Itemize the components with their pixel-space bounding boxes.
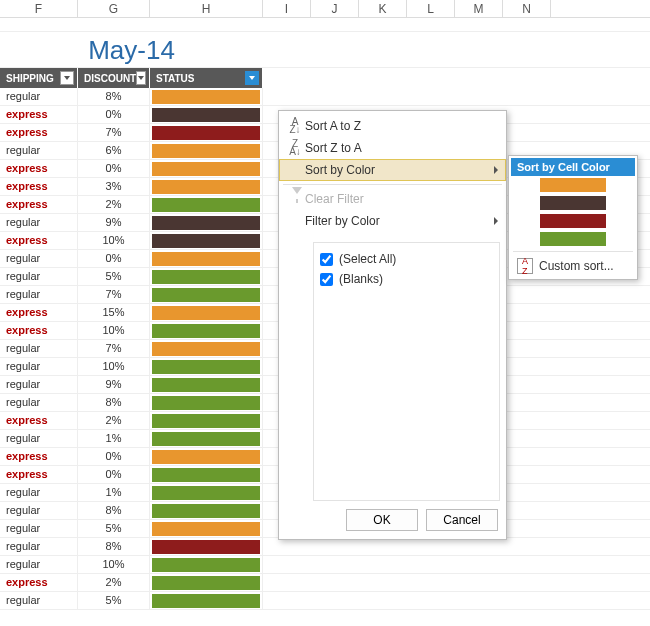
cell-shipping[interactable]: regular — [0, 556, 78, 574]
dropdown-icon[interactable] — [245, 71, 259, 85]
cell-status[interactable] — [150, 88, 263, 106]
cell-status[interactable] — [150, 466, 263, 484]
cell-shipping[interactable]: regular — [0, 340, 78, 358]
cell-status[interactable] — [150, 430, 263, 448]
header-status[interactable]: STATUS — [150, 68, 263, 88]
filter-checkbox-list[interactable]: (Select All) (Blanks) — [313, 242, 500, 501]
cell-shipping[interactable]: regular — [0, 430, 78, 448]
color-swatch-item[interactable] — [511, 194, 635, 212]
cell-discount[interactable]: 0% — [78, 106, 150, 124]
column-letter[interactable]: M — [455, 0, 503, 17]
cell-shipping[interactable]: express — [0, 574, 78, 592]
cell-discount[interactable]: 10% — [78, 556, 150, 574]
color-swatch-item[interactable] — [511, 176, 635, 194]
cell-discount[interactable]: 7% — [78, 124, 150, 142]
color-swatch-item[interactable] — [511, 230, 635, 248]
cell-status[interactable] — [150, 394, 263, 412]
check-select-all[interactable]: (Select All) — [320, 249, 493, 269]
cell-discount[interactable]: 5% — [78, 592, 150, 610]
column-letter[interactable]: G — [78, 0, 150, 17]
cell-shipping[interactable]: regular — [0, 394, 78, 412]
cell-status[interactable] — [150, 124, 263, 142]
cell-discount[interactable]: 6% — [78, 142, 150, 160]
cell-shipping[interactable]: express — [0, 196, 78, 214]
cell-status[interactable] — [150, 268, 263, 286]
column-letter[interactable]: K — [359, 0, 407, 17]
cell-shipping[interactable]: express — [0, 466, 78, 484]
cell-shipping[interactable]: regular — [0, 538, 78, 556]
cell-discount[interactable]: 8% — [78, 394, 150, 412]
cell-status[interactable] — [150, 592, 263, 610]
cell-discount[interactable]: 2% — [78, 412, 150, 430]
cell-shipping[interactable]: regular — [0, 358, 78, 376]
header-shipping[interactable]: SHIPPING — [0, 68, 78, 88]
custom-sort-item[interactable]: AZ Custom sort... — [511, 255, 635, 277]
cell-shipping[interactable]: express — [0, 124, 78, 142]
column-letter[interactable]: H — [150, 0, 263, 17]
cell-shipping[interactable]: express — [0, 232, 78, 250]
cancel-button[interactable]: Cancel — [426, 509, 498, 531]
ok-button[interactable]: OK — [346, 509, 418, 531]
check-blanks[interactable]: (Blanks) — [320, 269, 493, 289]
cell-shipping[interactable]: express — [0, 412, 78, 430]
cell-status[interactable] — [150, 106, 263, 124]
cell-shipping[interactable]: regular — [0, 592, 78, 610]
cell-shipping[interactable]: regular — [0, 214, 78, 232]
cell-discount[interactable]: 15% — [78, 304, 150, 322]
cell-shipping[interactable]: regular — [0, 520, 78, 538]
cell-status[interactable] — [150, 358, 263, 376]
cell-discount[interactable]: 9% — [78, 376, 150, 394]
cell-status[interactable] — [150, 538, 263, 556]
cell-status[interactable] — [150, 502, 263, 520]
cell-discount[interactable]: 9% — [78, 214, 150, 232]
cell-discount[interactable]: 8% — [78, 88, 150, 106]
column-letter[interactable]: L — [407, 0, 455, 17]
cell-status[interactable] — [150, 286, 263, 304]
cell-discount[interactable]: 10% — [78, 358, 150, 376]
cell-shipping[interactable]: regular — [0, 484, 78, 502]
cell-shipping[interactable]: regular — [0, 250, 78, 268]
cell-status[interactable] — [150, 142, 263, 160]
cell-status[interactable] — [150, 322, 263, 340]
cell-discount[interactable]: 8% — [78, 538, 150, 556]
cell-shipping[interactable]: regular — [0, 376, 78, 394]
cell-discount[interactable]: 0% — [78, 250, 150, 268]
cell-discount[interactable]: 0% — [78, 466, 150, 484]
cell-discount[interactable]: 7% — [78, 340, 150, 358]
cell-discount[interactable]: 2% — [78, 196, 150, 214]
cell-discount[interactable]: 7% — [78, 286, 150, 304]
cell-status[interactable] — [150, 412, 263, 430]
menu-sort-by-color[interactable]: Sort by Color — [279, 159, 506, 181]
cell-status[interactable] — [150, 520, 263, 538]
cell-discount[interactable]: 10% — [78, 232, 150, 250]
cell-discount[interactable]: 5% — [78, 520, 150, 538]
color-swatch-item[interactable] — [511, 212, 635, 230]
header-discount[interactable]: DISCOUNT — [78, 68, 150, 88]
column-letter[interactable]: N — [503, 0, 551, 17]
cell-shipping[interactable]: regular — [0, 268, 78, 286]
cell-status[interactable] — [150, 214, 263, 232]
table-row[interactable]: regular10% — [0, 556, 650, 574]
cell-discount[interactable]: 0% — [78, 160, 150, 178]
cell-shipping[interactable]: regular — [0, 502, 78, 520]
cell-discount[interactable]: 10% — [78, 322, 150, 340]
cell-shipping[interactable]: regular — [0, 286, 78, 304]
dropdown-icon[interactable] — [60, 71, 74, 85]
cell-shipping[interactable]: express — [0, 448, 78, 466]
cell-status[interactable] — [150, 250, 263, 268]
checkbox[interactable] — [320, 253, 333, 266]
cell-discount[interactable]: 1% — [78, 430, 150, 448]
cell-discount[interactable]: 3% — [78, 178, 150, 196]
cell-discount[interactable]: 2% — [78, 574, 150, 592]
table-row[interactable]: regular5% — [0, 592, 650, 610]
cell-discount[interactable]: 0% — [78, 448, 150, 466]
cell-status[interactable] — [150, 304, 263, 322]
cell-shipping[interactable]: express — [0, 106, 78, 124]
cell-status[interactable] — [150, 178, 263, 196]
cell-shipping[interactable]: express — [0, 322, 78, 340]
cell-status[interactable] — [150, 376, 263, 394]
column-letter[interactable]: F — [0, 0, 78, 17]
cell-shipping[interactable]: regular — [0, 88, 78, 106]
cell-status[interactable] — [150, 196, 263, 214]
cell-shipping[interactable]: express — [0, 304, 78, 322]
